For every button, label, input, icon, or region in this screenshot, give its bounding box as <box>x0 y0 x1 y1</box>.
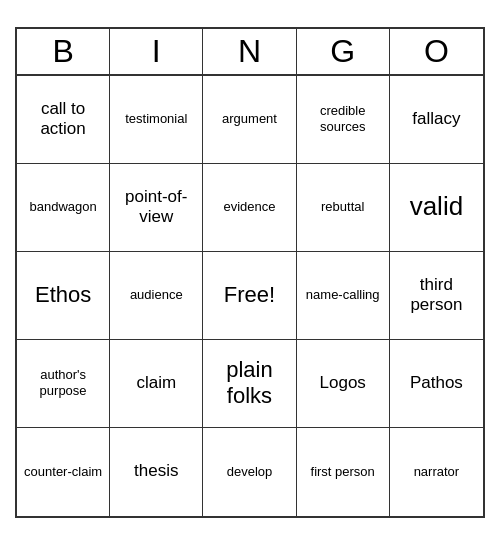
bingo-cell: Pathos <box>390 340 483 428</box>
bingo-grid: call to actiontestimonialargumentcredibl… <box>17 76 483 516</box>
cell-text: credible sources <box>301 103 385 134</box>
cell-text: develop <box>227 464 273 480</box>
bingo-cell: name-calling <box>297 252 390 340</box>
bingo-cell: testimonial <box>110 76 203 164</box>
bingo-cell: thesis <box>110 428 203 516</box>
header-letter: I <box>110 29 203 74</box>
bingo-cell: argument <box>203 76 296 164</box>
bingo-cell: author's purpose <box>17 340 110 428</box>
cell-text: thesis <box>134 461 178 481</box>
cell-text: Free! <box>224 282 275 308</box>
bingo-cell: counter-claim <box>17 428 110 516</box>
cell-text: point-of-view <box>114 187 198 228</box>
bingo-cell: narrator <box>390 428 483 516</box>
bingo-card: BINGO call to actiontestimonialargumentc… <box>15 27 485 518</box>
cell-text: claim <box>136 373 176 393</box>
bingo-cell: first person <box>297 428 390 516</box>
cell-text: call to action <box>21 99 105 140</box>
cell-text: argument <box>222 111 277 127</box>
bingo-cell: third person <box>390 252 483 340</box>
cell-text: audience <box>130 287 183 303</box>
bingo-cell: credible sources <box>297 76 390 164</box>
bingo-cell: point-of-view <box>110 164 203 252</box>
header-letter: N <box>203 29 296 74</box>
bingo-cell: valid <box>390 164 483 252</box>
bingo-cell: develop <box>203 428 296 516</box>
bingo-cell: Ethos <box>17 252 110 340</box>
cell-text: third person <box>394 275 479 316</box>
cell-text: author's purpose <box>21 367 105 398</box>
bingo-cell: bandwagon <box>17 164 110 252</box>
cell-text: evidence <box>223 199 275 215</box>
bingo-cell: claim <box>110 340 203 428</box>
cell-text: first person <box>311 464 375 480</box>
cell-text: Logos <box>320 373 366 393</box>
cell-text: name-calling <box>306 287 380 303</box>
header-letter: B <box>17 29 110 74</box>
header-letter: O <box>390 29 483 74</box>
bingo-cell: plain folks <box>203 340 296 428</box>
cell-text: fallacy <box>412 109 460 129</box>
bingo-cell: evidence <box>203 164 296 252</box>
bingo-cell: call to action <box>17 76 110 164</box>
cell-text: Ethos <box>35 282 91 308</box>
bingo-cell: fallacy <box>390 76 483 164</box>
cell-text: Pathos <box>410 373 463 393</box>
cell-text: counter-claim <box>24 464 102 480</box>
bingo-cell: rebuttal <box>297 164 390 252</box>
header-letter: G <box>297 29 390 74</box>
cell-text: testimonial <box>125 111 187 127</box>
bingo-cell: audience <box>110 252 203 340</box>
bingo-cell: Logos <box>297 340 390 428</box>
cell-text: plain folks <box>207 357 291 410</box>
cell-text: narrator <box>414 464 460 480</box>
bingo-cell: Free! <box>203 252 296 340</box>
cell-text: bandwagon <box>29 199 96 215</box>
bingo-header: BINGO <box>17 29 483 76</box>
cell-text: rebuttal <box>321 199 364 215</box>
cell-text: valid <box>410 191 463 222</box>
